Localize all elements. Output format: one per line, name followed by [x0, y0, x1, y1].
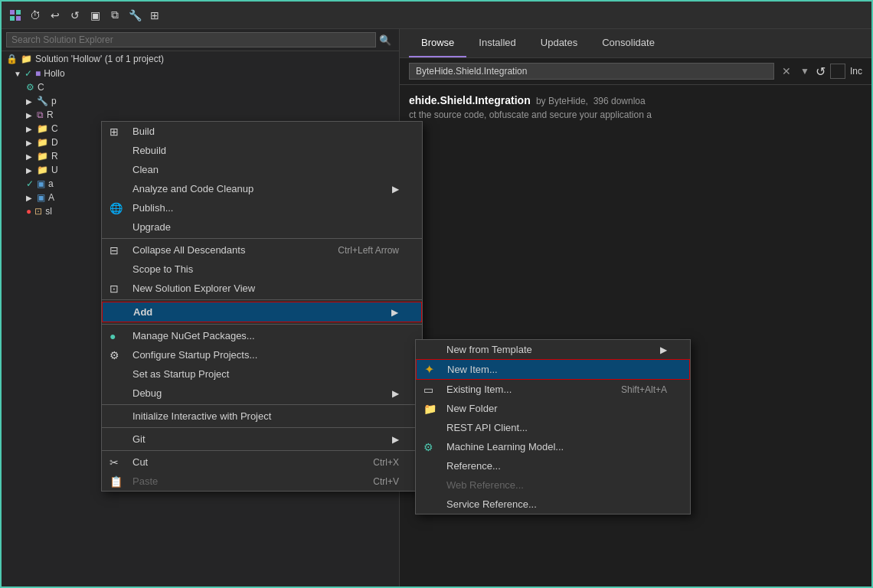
solution-folder-icon: 📁	[21, 54, 32, 64]
split-icon[interactable]: ⧉	[107, 8, 123, 23]
svg-rect-3	[16, 16, 21, 21]
upgrade-label: Upgrade	[132, 221, 171, 233]
rest-api-label: REST API Client...	[446, 422, 528, 433]
menu-item-publish[interactable]: 🌐 Publish...	[102, 198, 422, 217]
nuget-clear-button[interactable]: ✕	[779, 64, 794, 79]
tree-item-r[interactable]: ▶ ⧉ R	[2, 108, 399, 122]
solution-header: 🔒 📁 Solution 'Hollow' (1 of 1 project)	[2, 51, 399, 67]
d-label: D	[51, 137, 58, 148]
paste-label: Paste	[132, 475, 158, 487]
p-icon: 🔧	[37, 96, 48, 106]
submenu-item-existing[interactable]: ▭ Existing Item... Shift+Alt+A	[416, 380, 690, 399]
menu-item-paste: 📋 Paste Ctrl+V	[102, 472, 422, 491]
main-layout: 🔍 🔒 📁 Solution 'Hollow' (1 of 1 project)…	[2, 29, 871, 588]
tab-updates-label: Updates	[541, 37, 577, 48]
set-startup-label: Set as Startup Project	[132, 368, 229, 380]
menu-item-collapse[interactable]: ⊟ Collapse All Descendants Ctrl+Left Arr…	[102, 240, 422, 260]
new-folder-icon: 📁	[423, 403, 436, 415]
cut-label: Cut	[132, 456, 148, 468]
context-menu-add-submenu: New from Template ▶ ✦ New Item... ▭ Exis…	[415, 339, 691, 514]
u-icon: 📁	[37, 165, 48, 175]
menu-item-debug[interactable]: Debug ▶	[102, 384, 422, 403]
submenu-item-service-ref[interactable]: Service Reference...	[416, 495, 690, 514]
submenu-item-ml[interactable]: ⚙ Machine Learning Model...	[416, 437, 690, 456]
nuget-tabs: Browse Installed Updates Consolidate	[400, 29, 871, 58]
project-check-icon: ✓	[25, 68, 32, 79]
nuget-refresh-button[interactable]: ↺	[816, 64, 826, 79]
submenu-item-new-folder[interactable]: 📁 New Folder	[416, 399, 690, 418]
new-folder-label: New Folder	[446, 403, 497, 414]
menu-item-scope[interactable]: Scope to This	[102, 260, 422, 279]
menu-item-interactive[interactable]: Initialize Interactive with Project	[102, 407, 422, 426]
submenu-item-reference[interactable]: Reference...	[416, 456, 690, 475]
tab-browse[interactable]: Browse	[409, 29, 466, 57]
reference-label: Reference...	[446, 460, 501, 472]
new-item-icon: ✦	[424, 362, 434, 377]
debug-submenu-arrow: ▶	[392, 388, 399, 399]
nuget-search-input[interactable]	[409, 63, 774, 80]
menu-item-nuget[interactable]: ● Manage NuGet Packages...	[102, 326, 422, 345]
menu-item-git[interactable]: Git ▶	[102, 430, 422, 449]
sl-icon: ⊡	[34, 206, 42, 217]
undo-icon[interactable]: ↩	[47, 8, 63, 23]
nuget-search-row: ✕ ▼ ↺ Inc	[400, 58, 871, 85]
undo-dropdown-icon[interactable]: ⏱	[28, 8, 43, 23]
layout-icon[interactable]: ⊞	[147, 8, 162, 23]
menu-item-clean[interactable]: Clean	[102, 160, 422, 179]
separator-1	[102, 238, 422, 239]
existing-shortcut: Shift+Alt+A	[621, 384, 667, 395]
menu-item-build[interactable]: ⊞ Build	[102, 122, 422, 141]
menu-item-rebuild[interactable]: Rebuild	[102, 141, 422, 160]
redo-icon[interactable]: ↺	[67, 8, 83, 23]
collapse-shortcut: Ctrl+Left Arrow	[338, 245, 399, 256]
vs-icon	[8, 8, 23, 23]
existing-label: Existing Item...	[446, 384, 512, 395]
search-solution-input[interactable]	[6, 32, 376, 47]
tree-item-p[interactable]: ▶ 🔧 p	[2, 94, 399, 108]
collapse-icon: ⊟	[110, 244, 119, 256]
new-view-label: New Solution Explorer View	[132, 283, 255, 294]
build-label: Build	[132, 126, 155, 137]
toolbar: ⏱ ↩ ↺ ▣ ⧉ 🔧 ⊞	[2, 2, 871, 29]
u-arrow: ▶	[26, 166, 34, 175]
service-ref-label: Service Reference...	[446, 498, 537, 510]
menu-item-add[interactable]: Add ▶	[102, 302, 422, 322]
menu-item-upgrade[interactable]: Upgrade	[102, 217, 422, 237]
publish-label: Publish...	[132, 202, 173, 214]
configure-icon: ⚙	[110, 349, 119, 361]
p-label: p	[51, 96, 57, 106]
nuget-checkbox[interactable]	[830, 64, 845, 79]
sl-error-icon: ●	[26, 206, 31, 217]
nuget-dropdown-arrow[interactable]: ▼	[799, 66, 811, 77]
settings-icon[interactable]: 🔧	[127, 8, 142, 23]
submenu-item-new-item[interactable]: ✦ New Item...	[416, 359, 690, 380]
cut-shortcut: Ctrl+X	[373, 457, 399, 468]
r-arrow: ▶	[26, 111, 34, 119]
tree-item-c[interactable]: ⚙ C	[2, 80, 399, 94]
tree-project[interactable]: ▼ ✓ ■ Hollo	[2, 67, 399, 80]
menu-item-cut[interactable]: ✂ Cut Ctrl+X	[102, 452, 422, 472]
r-label: R	[47, 109, 54, 120]
tab-installed[interactable]: Installed	[466, 29, 528, 57]
window-icon[interactable]: ▣	[87, 8, 103, 23]
r2-icon: 📁	[37, 151, 48, 162]
analyze-label: Analyze and Code Cleanup	[132, 183, 253, 194]
tab-updates[interactable]: Updates	[528, 29, 590, 57]
r2-label: R	[51, 151, 58, 162]
submenu-item-new-template[interactable]: New from Template ▶	[416, 340, 690, 359]
git-label: Git	[132, 433, 146, 445]
scope-label: Scope to This	[132, 263, 193, 275]
menu-item-configure[interactable]: ⚙ Configure Startup Projects...	[102, 345, 422, 364]
d-icon: 📁	[37, 137, 48, 148]
menu-item-set-startup[interactable]: Set as Startup Project	[102, 364, 422, 384]
web-ref-label: Web Reference...	[446, 479, 524, 491]
tab-consolidate[interactable]: Consolidate	[590, 29, 667, 57]
menu-item-new-view[interactable]: ⊡ New Solution Explorer View	[102, 279, 422, 298]
submenu-item-rest-api[interactable]: REST API Client...	[416, 418, 690, 437]
search-solution-button[interactable]: 🔍	[376, 33, 394, 47]
tab-consolidate-label: Consolidate	[602, 37, 655, 48]
git-submenu-arrow: ▶	[392, 434, 399, 445]
project-label: Hollo	[44, 68, 64, 79]
menu-item-analyze[interactable]: Analyze and Code Cleanup ▶	[102, 179, 422, 198]
r-icon: ⧉	[37, 109, 44, 120]
